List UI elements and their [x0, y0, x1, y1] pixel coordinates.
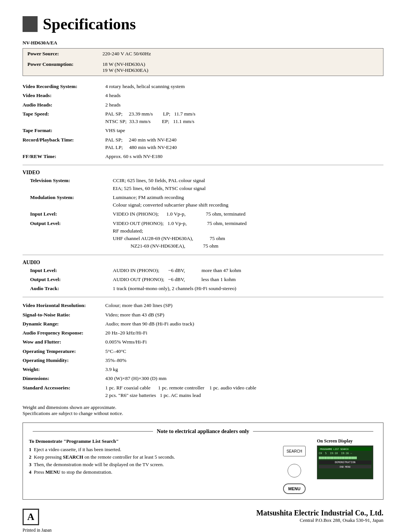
- title-text: Specifications: [43, 15, 136, 33]
- spec-row-output-level: Output Level: VIDEO OUT (PHONO); 1.0 Vp-…: [30, 220, 383, 250]
- dealer-buttons: SEARCH MENU: [279, 438, 309, 494]
- step-3: 3 Then, the demonstration mode will be d…: [29, 462, 272, 468]
- spec-row: Video Heads: 4 heads: [23, 92, 383, 99]
- spec-row-audio-input: Input Level: AUDIO IN (PHONO); −6 dBV, m…: [30, 267, 383, 274]
- section-divider-3: [23, 297, 383, 297]
- spec-row-accessories: Standard Accessories: 1 pc. RF coaxial c…: [23, 384, 383, 400]
- power-consumption-label: Power Consumption:: [23, 59, 98, 76]
- audio-section: AUDIO Input Level: AUDIO IN (PHONO); −6 …: [23, 260, 383, 293]
- spec-row-freq-response: Audio Frequency Response: 20 Hz–20 kHz/H…: [23, 329, 383, 337]
- dealer-note-box: Note to electrical appliance dealers onl…: [23, 423, 383, 500]
- spec-row-tape-format: Tape Format: VHS tape: [23, 127, 383, 134]
- dealer-screen-area: On Screen Display PROGRAMME LIST SEARCH …: [317, 438, 377, 494]
- spec-row-snr: Signal-to-Noise Ratio: Video; more than …: [23, 311, 383, 319]
- demo-label: DEMONSTRATION: [319, 461, 371, 464]
- printed-text: Printed in Japan: [23, 527, 54, 532]
- spec-row-horiz-res: Video Horizontal Resolution: Colour; mor…: [23, 302, 383, 309]
- title-icon: [23, 16, 38, 32]
- dealer-note-title: Note to electrical appliance dealers onl…: [29, 428, 377, 435]
- spec-row-dynamic-range: Dynamic Range: Audio; more than 90 dB (H…: [23, 320, 383, 328]
- spec-row-ff-rew: FF/REW Time: Approx. 60 s with NV-E180: [23, 153, 383, 160]
- dealer-heading: To Demonstrate "Programme List Search": [29, 438, 272, 444]
- spec-row-op-temp: Operating Temperature: 5°C–40°C: [23, 348, 383, 355]
- power-source-value: 220-240 V AC 50/60Hz: [98, 49, 383, 59]
- menu-button-display: MENU: [283, 483, 306, 494]
- on-screen-label: On Screen Display: [317, 438, 377, 444]
- spec-row-record-playback: Record/Playback Time: PAL SP; 240 min wi…: [23, 136, 383, 152]
- audio-header: AUDIO: [23, 260, 383, 266]
- video-section: VIDEO Television System: CCIR; 625 lines…: [23, 170, 383, 250]
- spec-row-audio-track: Audio Track: 1 track (normal-mono only),…: [30, 285, 383, 292]
- footer-notes: Weight and dimensions shown are approxim…: [23, 404, 383, 416]
- additional-specs: Video Horizontal Resolution: Colour; mor…: [23, 302, 383, 399]
- bottom-right: Matsushita Electric Industrial Co., Ltd.…: [256, 509, 383, 523]
- spec-row-op-humidity: Operating Humidity: 35%–80%: [23, 357, 383, 364]
- spec-row-tv-system: Television System: CCIR; 625 lines, 50 f…: [30, 177, 383, 192]
- dealer-inner: To Demonstrate "Programme List Search" 1…: [29, 438, 377, 494]
- end-menu-label: END MENU: [319, 465, 371, 468]
- spec-row-wow-flutter: Wow and Flutter: 0.005% Wrms/Hi-Fi: [23, 338, 383, 346]
- power-table: Power Source: 220-240 V AC 50/60Hz Power…: [23, 48, 383, 76]
- spec-row-input-level: Input Level: VIDEO IN (PHONO); 1.0 Vp-p,…: [30, 210, 383, 218]
- spec-row: Audio Heads: 2 heads: [23, 101, 383, 109]
- screen-display: PROGRAMME LIST SEARCH CH 5 19:10 19:16 —…: [317, 445, 373, 479]
- power-source-label: Power Source:: [23, 49, 98, 59]
- logo-a: A: [23, 509, 39, 525]
- video-header: VIDEO: [23, 170, 383, 176]
- section-divider-1: [23, 165, 383, 165]
- section-divider-2: [23, 255, 383, 255]
- main-specs: Video Recording System: 4 rotary heads, …: [23, 83, 383, 160]
- bottom-left: A Printed in Japan X0999M0 ( ): [23, 509, 54, 532]
- step-2: 2 Keep pressing SEARCH on the remote con…: [29, 454, 272, 460]
- model-number: NV-HD630A/EA: [23, 40, 383, 46]
- spec-row-modulation: Modulation System: Luminance; FM azimuth…: [30, 194, 383, 209]
- spec-row-weight: Weight: 3.9 kg: [23, 366, 383, 373]
- dealer-steps: To Demonstrate "Programme List Search" 1…: [29, 438, 272, 494]
- step-4: 4 Press MENU to stop the demonstration.: [29, 469, 272, 475]
- bottom-footer: A Printed in Japan X0999M0 ( ) Matsushit…: [23, 509, 383, 532]
- page-title: Specifications: [23, 15, 383, 33]
- spec-row-dimensions: Dimensions: 430 (W)×87 (H)×300 (D) mm: [23, 375, 383, 382]
- spec-row: Video Recording System: 4 rotary heads, …: [23, 83, 383, 90]
- power-consumption-value: 18 W (NV-HD630A) 19 W (NV-HD630EA): [98, 59, 383, 76]
- spec-row-tape-speed: Tape Speed: PAL SP; 23.39 mm/s LP; 11.7 …: [23, 110, 383, 126]
- company-address: Central P.O.Box 288, Osaka 530-91, Japan: [256, 517, 383, 523]
- search-button-display: SEARCH: [283, 446, 306, 456]
- step-1: 1 Eject a video cassette, if it has been…: [29, 447, 272, 453]
- search-button-round: [288, 464, 301, 477]
- company-name: Matsushita Electric Industrial Co., Ltd.: [256, 509, 383, 517]
- spec-row-audio-output: Output Level: AUDIO OUT (PHONO); −6 dBV,…: [30, 276, 383, 283]
